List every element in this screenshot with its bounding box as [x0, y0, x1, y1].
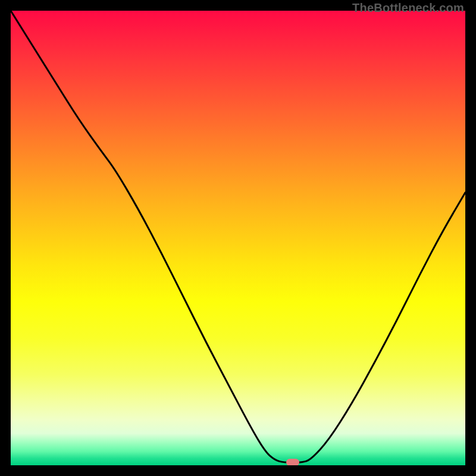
credit-text: TheBottleneck.com [352, 1, 464, 15]
plot-area [11, 11, 465, 465]
bottleneck-curve [11, 11, 465, 465]
optimal-marker [286, 459, 299, 465]
chart-frame: TheBottleneck.com [0, 0, 476, 476]
curve-path [11, 11, 465, 462]
